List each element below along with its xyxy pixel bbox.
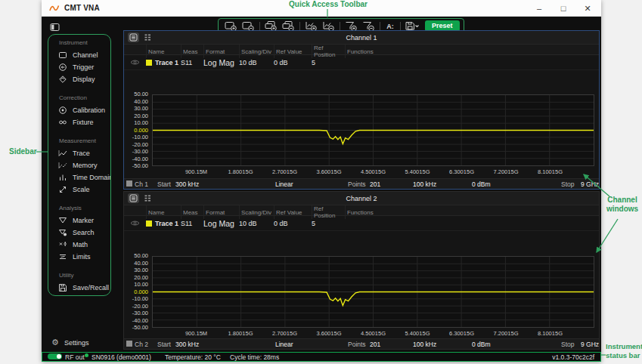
x-tick-label: 3.60015G	[317, 168, 342, 175]
stop-value[interactable]: 9 GHz	[581, 180, 599, 188]
version-label: v1.0.3-70c2c2f	[552, 353, 594, 361]
plot-area[interactable]	[152, 256, 594, 328]
scale-icon	[58, 185, 67, 194]
sidebar-item-display[interactable]: Display	[53, 73, 110, 85]
x-tick-label: 2.70015G	[272, 330, 297, 337]
trace-icon	[58, 149, 67, 158]
y-tick-label: 0.000	[134, 289, 148, 295]
channel-label: Ch 1	[135, 180, 148, 188]
plot-area[interactable]	[152, 94, 594, 166]
y-tick-label: 40.00	[134, 261, 148, 267]
sidebar-item-time-domain[interactable]: Time Domain	[53, 171, 110, 184]
y-tick-label: 20.00	[134, 113, 148, 119]
trace-table-header: Name Meas Format Scaling/Div Ref Value R…	[124, 44, 599, 55]
trace-ref-value[interactable]: 0 dB	[274, 220, 312, 227]
start-value[interactable]: 300 kHz	[175, 180, 199, 188]
sidebar-item-save-recall[interactable]: Save/Recall	[53, 282, 110, 294]
x-tick-label: 2.70015G	[272, 168, 297, 175]
sidebar-item-settings[interactable]: ⚙ Settings	[51, 338, 88, 347]
trace-ref-position[interactable]: 5	[312, 220, 345, 227]
stop-value[interactable]: 9 GHz	[581, 341, 599, 348]
trace-meas[interactable]: S11	[181, 220, 203, 227]
sidebar-item-trace[interactable]: Trace	[53, 147, 110, 159]
y-tick-label: -30.00	[132, 310, 148, 316]
channel-chip[interactable]	[126, 180, 132, 187]
sidebar-item-label: Trigger	[73, 63, 94, 71]
trace-ref-position[interactable]: 5	[312, 59, 345, 66]
power-level[interactable]: 0 dBm	[472, 341, 491, 348]
trace-plot	[153, 257, 594, 327]
column-header-format: Format	[203, 45, 239, 58]
if-bandwidth[interactable]: 100 kHz	[413, 180, 436, 188]
stop-label: Stop	[561, 180, 575, 188]
x-tick-label: 1.80015G	[228, 168, 253, 175]
minimize-button[interactable]: –	[535, 0, 544, 17]
sidebar-section-title: Analysis	[59, 205, 110, 211]
x-tick-label: 8.10015G	[538, 168, 563, 175]
close-button[interactable]: ✕	[583, 0, 592, 17]
cmt-logo-icon	[49, 4, 60, 13]
sweep-type[interactable]: Linear	[275, 341, 293, 348]
points-value[interactable]: 201	[370, 341, 380, 348]
if-bandwidth[interactable]: 100 kHz	[413, 341, 436, 348]
search-icon	[58, 228, 67, 237]
column-header-ref-value: Ref Value	[274, 205, 312, 219]
y-tick-label: 50.00	[134, 253, 148, 259]
font-size-button[interactable]: A:	[383, 23, 398, 30]
trace-format[interactable]: Log Mag	[203, 219, 239, 228]
sidebar-toggle-icon[interactable]	[50, 21, 60, 35]
sidebar-item-trigger[interactable]: Trigger	[53, 61, 110, 73]
sidebar-item-fixture[interactable]: Fixture	[53, 116, 110, 128]
trace-color-swatch	[146, 221, 152, 227]
y-tick-label: -50.00	[132, 325, 148, 331]
sidebar-item-scale[interactable]: Scale	[53, 184, 110, 196]
start-value[interactable]: 300 kHz	[175, 341, 199, 348]
x-axis-labels: 900.15M1.80015G2.70015G3.60015G4.50015G5…	[152, 168, 594, 177]
x-tick-label: 4.50015G	[361, 168, 386, 175]
marker-icon	[58, 216, 67, 225]
channel-2-window[interactable]: Channel 2 Name Meas Format Scaling/Div R…	[123, 191, 600, 350]
sidebar-item-math[interactable]: Math	[53, 239, 110, 251]
time-domain-icon	[58, 173, 67, 182]
trigger-icon	[58, 63, 67, 72]
trace-scaling[interactable]: 10 dB	[239, 220, 274, 227]
maximize-button[interactable]: □	[559, 0, 568, 17]
power-level[interactable]: 0 dBm	[472, 180, 491, 188]
points-value[interactable]: 201	[370, 180, 380, 188]
sweep-type[interactable]: Linear	[275, 180, 293, 188]
sidebar-item-calibration[interactable]: Calibration	[53, 104, 110, 116]
channel-2-chart: 50.0040.0030.0020.0010.000.000-10.00-20.…	[124, 256, 599, 339]
y-tick-label: -50.00	[132, 163, 148, 169]
sidebar-item-limits[interactable]: Limits	[53, 251, 110, 263]
column-header-name: Name	[146, 205, 181, 219]
cycle-time: Cycle time: 28ms	[230, 353, 279, 361]
column-header-format: Format	[203, 205, 239, 219]
trace-ref-value[interactable]: 0 dB	[274, 59, 312, 66]
trace-meas[interactable]: S11	[181, 59, 203, 66]
rf-out-toggle[interactable]	[48, 353, 62, 359]
channel-title: Channel 2	[124, 195, 599, 202]
y-axis-labels: 50.0040.0030.0020.0010.000.000-10.00-20.…	[124, 94, 150, 166]
sidebar-item-channel[interactable]: Channel	[53, 49, 110, 61]
trace-table-header: Name Meas Format Scaling/Div Ref Value R…	[124, 205, 599, 216]
y-axis-labels: 50.0040.0030.0020.0010.000.000-10.00-20.…	[124, 256, 150, 328]
sidebar-item-label: Display	[73, 76, 95, 83]
sidebar-item-memory[interactable]: Memory	[53, 159, 110, 171]
visibility-eye-icon[interactable]	[124, 59, 146, 66]
y-tick-label: 20.00	[134, 275, 148, 281]
y-tick-label: 10.00	[134, 120, 148, 126]
column-header-name: Name	[146, 45, 181, 58]
trace-format[interactable]: Log Mag	[203, 58, 239, 67]
channel-icon	[58, 51, 67, 60]
sidebar: Instrument Channel Trigger Display Corre…	[48, 34, 111, 296]
trace-scaling[interactable]: 10 dB	[239, 59, 274, 66]
sidebar-item-label: Scale	[73, 186, 90, 193]
channel-1-window[interactable]: Channel 1 Name Meas Format Scaling/Div R…	[123, 30, 600, 190]
connection-status-dot	[85, 353, 88, 357]
sidebar-section-title: Correction	[59, 94, 110, 101]
channel-chip[interactable]	[126, 341, 132, 347]
sidebar-item-marker[interactable]: Marker	[53, 214, 110, 227]
sidebar-item-search[interactable]: Search	[53, 227, 110, 239]
y-tick-label: 0.000	[134, 128, 148, 134]
visibility-eye-icon[interactable]	[124, 220, 146, 227]
